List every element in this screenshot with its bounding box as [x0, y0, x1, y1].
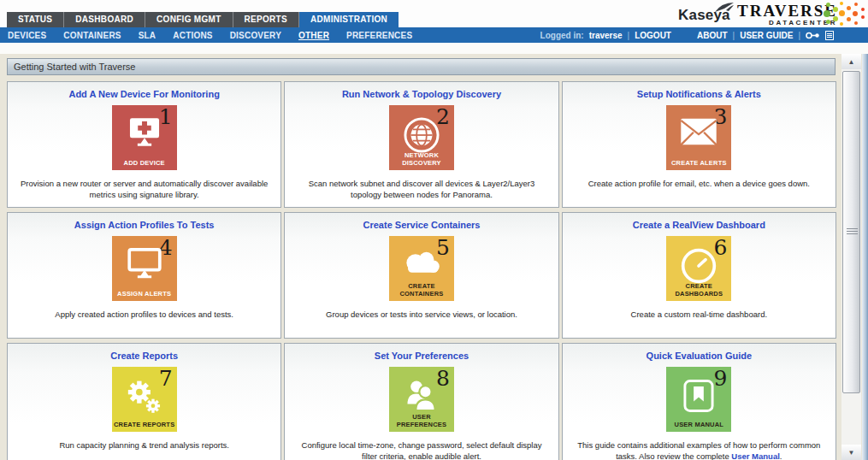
logged-in-username: traverse [589, 31, 623, 40]
tile-label: USER PREFERENCES [389, 413, 454, 428]
subnav-item-containers[interactable]: CONTAINERS [63, 31, 121, 40]
secondary-navbar: DEVICES CONTAINERS SLA ACTIONS DISCOVERY… [0, 27, 868, 43]
network-discovery-tile[interactable]: 2 NETWORK DISCOVERY [389, 105, 454, 170]
card-user-preferences: Set Your Preferences 8 USER PREFERENCES … [284, 343, 558, 460]
separator: | [628, 31, 630, 40]
tile-label: ASSIGN ALERTS [112, 290, 177, 298]
separator: | [798, 31, 800, 40]
logged-in-label: Logged in: [540, 31, 584, 40]
user-preferences-tile[interactable]: 8 USER PREFERENCES [389, 367, 454, 432]
top-band: STATUS DASHBOARD CONFIG MGMT REPORTS ADM… [0, 0, 868, 27]
card-description: Scan network subnet and discover all dev… [293, 178, 549, 201]
window-edge [862, 54, 868, 460]
tab-dashboard[interactable]: DASHBOARD [64, 12, 145, 27]
tile-label: ADD DEVICE [112, 159, 177, 167]
getting-started-grid: Add A New Device For Monitoring 1 ADD DE… [7, 81, 836, 460]
card-user-manual: Quick Evaluation Guide 9 USER MANUAL Thi… [562, 343, 836, 460]
card-description: Group devices or tests into service view… [293, 309, 549, 320]
card-description: This guide contains additional examples … [571, 439, 827, 460]
subnav-item-discovery[interactable]: DISCOVERY [230, 31, 281, 40]
page-title: Getting Started with Traverse [7, 58, 836, 75]
main-tabs: STATUS DASHBOARD CONFIG MGMT REPORTS ADM… [7, 12, 399, 27]
content-top-strip [0, 43, 868, 54]
book-bookmark-icon [666, 378, 731, 414]
card-description: Create a custom real-time dashboard. [571, 309, 827, 320]
tile-label: CREATE CONTAINERS [389, 282, 454, 298]
vertical-scrollbar[interactable]: ▲ ▼ [841, 54, 861, 460]
subnav: DEVICES CONTAINERS SLA ACTIONS DISCOVERY… [0, 31, 412, 40]
card-create-alerts: Setup Notifications & Alerts 3 CREATE AL… [562, 81, 836, 208]
card-description: Provision a new router or server and aut… [16, 178, 272, 201]
subnav-item-devices[interactable]: DEVICES [8, 31, 46, 40]
kaseya-swoosh-icon [714, 1, 735, 16]
create-dashboards-title-link[interactable]: Create a RealView Dashboard [563, 220, 836, 230]
card-description: Create action profile for email, etc. wh… [571, 178, 827, 189]
tab-reports[interactable]: REPORTS [233, 12, 299, 27]
add-device-tile[interactable]: 1 ADD DEVICE [112, 105, 177, 170]
traverse-logo-subtext: DATACENTER [737, 19, 837, 27]
card-description: Configure local time-zone, change passwo… [293, 439, 549, 460]
monitor-plus-icon [112, 116, 177, 150]
nav-right: Logged in: traverse | LOGOUT ABOUT | USE… [540, 31, 868, 40]
subnav-item-actions[interactable]: ACTIONS [173, 31, 212, 40]
create-alerts-title-link[interactable]: Setup Notifications & Alerts [563, 89, 836, 99]
user-manual-title-link[interactable]: Quick Evaluation Guide [563, 351, 836, 361]
tile-label: NETWORK DISCOVERY [389, 151, 454, 167]
subnav-item-preferences[interactable]: PREFERENCES [346, 31, 412, 40]
monitor-icon [112, 247, 177, 281]
cloud-icon [389, 247, 454, 276]
card-create-reports: Create Reports 7 CREATE REPORTS Run capa… [7, 343, 281, 460]
tab-administration[interactable]: ADMINISTRATION [299, 12, 399, 27]
add-device-title-link[interactable]: Add A New Device For Monitoring [8, 89, 280, 99]
scrollbar-grip [847, 228, 858, 236]
create-containers-title-link[interactable]: Create Service Containers [285, 220, 558, 230]
card-description: Apply created action profiles to devices… [16, 309, 272, 320]
card-create-containers: Create Service Containers 5 CREATE CONTA… [284, 212, 558, 339]
network-discovery-title-link[interactable]: Run Network & Topology Discovery [285, 89, 558, 99]
card-create-dashboards: Create a RealView Dashboard 6 CREATE DAS… [562, 212, 836, 339]
window-icon[interactable] [825, 31, 834, 40]
key-icon[interactable] [806, 32, 820, 39]
tile-label: CREATE DASHBOARDS [666, 282, 731, 298]
subnav-item-other[interactable]: OTHER [298, 31, 329, 40]
create-containers-tile[interactable]: 5 CREATE CONTAINERS [389, 236, 454, 301]
users-icon [389, 378, 454, 412]
card-add-device: Add A New Device For Monitoring 1 ADD DE… [7, 81, 281, 208]
card-description: Run capacity planning & trend analysis r… [16, 439, 272, 451]
tile-label: USER MANUAL [666, 421, 731, 428]
separator: | [733, 31, 735, 40]
scrollbar-thumb[interactable] [842, 71, 860, 393]
scroll-down-button[interactable]: ▼ [841, 445, 861, 460]
envelope-icon [666, 116, 731, 147]
gears-icon [112, 378, 177, 416]
tile-label: CREATE ALERTS [666, 159, 731, 167]
traverse-logo-text: TRAVERSE [737, 3, 837, 19]
tab-status[interactable]: STATUS [7, 12, 64, 27]
traverse-logo: TRAVERSE DATACENTER [737, 3, 837, 27]
tab-config-mgmt[interactable]: CONFIG MGMT [145, 12, 233, 27]
user-manual-link[interactable]: User Manual [731, 451, 780, 460]
create-alerts-tile[interactable]: 3 CREATE ALERTS [666, 105, 731, 170]
create-reports-title-link[interactable]: Create Reports [8, 351, 280, 361]
user-manual-tile[interactable]: 9 USER MANUAL [666, 367, 731, 432]
logout-link[interactable]: LOGOUT [635, 31, 671, 40]
user-guide-link[interactable]: USER GUIDE [740, 31, 793, 40]
card-assign-alerts: Assign Action Profiles To Tests 4 ASSIGN… [7, 212, 281, 339]
gauge-icon [666, 247, 731, 285]
card-network-discovery: Run Network & Topology Discovery 2 NETWO… [284, 81, 558, 208]
create-dashboards-tile[interactable]: 6 CREATE DASHBOARDS [666, 236, 731, 301]
assign-alerts-tile[interactable]: 4 ASSIGN ALERTS [112, 236, 177, 301]
about-link[interactable]: ABOUT [697, 31, 728, 40]
scroll-up-button[interactable]: ▲ [841, 54, 861, 69]
subnav-item-sla[interactable]: SLA [139, 31, 156, 40]
globe-icon [389, 116, 454, 154]
create-reports-tile[interactable]: 7 CREATE REPORTS [112, 367, 177, 432]
user-preferences-title-link[interactable]: Set Your Preferences [285, 351, 558, 361]
traverse-logo-dots [824, 1, 868, 27]
assign-alerts-title-link[interactable]: Assign Action Profiles To Tests [8, 220, 280, 230]
tile-label: CREATE REPORTS [112, 421, 177, 428]
